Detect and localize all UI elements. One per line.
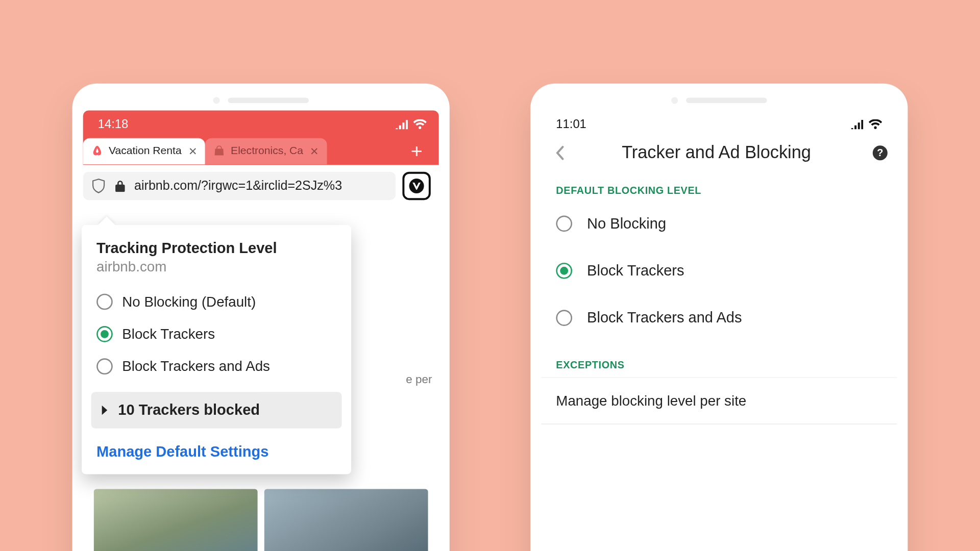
radio-icon [96, 294, 113, 310]
option-label: Block Trackers and Ads [122, 358, 270, 374]
radio-icon [556, 216, 572, 232]
status-icons [396, 119, 427, 130]
section-exceptions: EXCEPTIONS [541, 341, 897, 374]
wifi-icon [413, 119, 427, 130]
trackers-blocked-text: 10 Trackers blocked [118, 402, 260, 419]
browser-chrome: 14:18 Vacation Renta ✕ [83, 111, 439, 165]
radio-icon [556, 310, 572, 326]
manage-default-settings-link[interactable]: Manage Default Settings [82, 438, 351, 461]
screen-left: 14:18 Vacation Renta ✕ [83, 111, 439, 551]
vivaldi-menu-button[interactable] [402, 172, 430, 200]
option-label: No Blocking [587, 215, 666, 232]
phone-left: 14:18 Vacation Renta ✕ [72, 84, 450, 551]
screen-right: 11:01 Tracker and Ad Blocking ? DEFAULT … [541, 111, 897, 551]
background-photo-strip [83, 489, 439, 551]
tab-label: Electronics, Ca [231, 145, 303, 157]
close-icon[interactable]: ✕ [188, 144, 197, 157]
address-bar[interactable]: airbnb.com/?irgwc=1&irclid=2SJz%3 [83, 172, 396, 200]
address-row: airbnb.com/?irgwc=1&irclid=2SJz%3 [83, 165, 439, 208]
chevron-right-icon [101, 406, 109, 415]
status-bar: 11:01 [541, 111, 897, 137]
thumbnail [94, 489, 258, 551]
lock-icon [113, 179, 128, 193]
thumbnail [264, 489, 428, 551]
speaker-slot [686, 98, 767, 104]
help-button[interactable]: ? [873, 145, 888, 160]
option-label: Block Trackers [122, 326, 215, 342]
airbnb-icon [91, 145, 104, 157]
option-label: Block Trackers [587, 262, 684, 280]
shield-icon[interactable] [91, 179, 106, 193]
background-text-fragment: e per [406, 373, 432, 386]
vivaldi-icon [408, 178, 425, 194]
status-bar: 14:18 [83, 111, 439, 137]
radio-icon [96, 326, 113, 342]
option-block-trackers[interactable]: Block Trackers [82, 318, 351, 350]
option-label: Block Trackers and Ads [587, 309, 742, 327]
tab-label: Vacation Renta [109, 145, 182, 157]
url-text: airbnb.com/?irgwc=1&irclid=2SJz%3 [134, 179, 342, 193]
speaker-slot [228, 98, 309, 104]
shopping-bag-icon [213, 145, 226, 157]
camera-dot [671, 97, 678, 104]
tracking-protection-popup: Tracking Protection Level airbnb.com No … [82, 225, 351, 474]
question-icon: ? [877, 147, 883, 158]
tab-active[interactable]: Vacation Renta ✕ [83, 138, 205, 164]
signal-icon [396, 120, 408, 129]
popup-arrow [98, 216, 115, 234]
phone-hardware-top [83, 94, 439, 111]
close-icon[interactable]: ✕ [310, 144, 318, 157]
option-block-trackers[interactable]: Block Trackers [541, 247, 897, 294]
option-block-trackers-ads[interactable]: Block Trackers and Ads [541, 294, 897, 341]
status-time: 11:01 [556, 117, 586, 132]
page-title: Tracker and Ad Blocking [560, 142, 872, 163]
phone-right: 11:01 Tracker and Ad Blocking ? DEFAULT … [530, 84, 908, 551]
radio-icon [96, 358, 113, 374]
option-no-blocking[interactable]: No Blocking [541, 200, 897, 247]
tab-strip: Vacation Renta ✕ Electronics, Ca ✕ + [83, 137, 439, 165]
trackers-blocked-row[interactable]: 10 Trackers blocked [91, 392, 342, 428]
manage-per-site-label: Manage blocking level per site [556, 393, 746, 408]
radio-icon [556, 263, 572, 279]
signal-icon [851, 120, 864, 129]
popup-domain: airbnb.com [82, 259, 351, 286]
option-block-trackers-ads[interactable]: Block Trackers and Ads [82, 350, 351, 383]
popup-title: Tracking Protection Level [82, 240, 351, 259]
wifi-icon [869, 119, 882, 130]
settings-header: Tracker and Ad Blocking ? [541, 137, 897, 178]
status-time: 14:18 [98, 117, 128, 132]
phone-hardware-top [541, 94, 897, 111]
option-no-blocking[interactable]: No Blocking (Default) [82, 286, 351, 318]
section-default-blocking: DEFAULT BLOCKING LEVEL [541, 178, 897, 201]
new-tab-button[interactable]: + [403, 137, 431, 165]
camera-dot [213, 97, 219, 104]
manage-link-label: Manage Default Settings [96, 443, 268, 460]
status-icons [851, 119, 883, 130]
manage-per-site-row[interactable]: Manage blocking level per site [541, 377, 897, 424]
svg-point-0 [409, 179, 424, 193]
option-label: No Blocking (Default) [122, 294, 256, 310]
tab-inactive[interactable]: Electronics, Ca ✕ [205, 138, 327, 164]
